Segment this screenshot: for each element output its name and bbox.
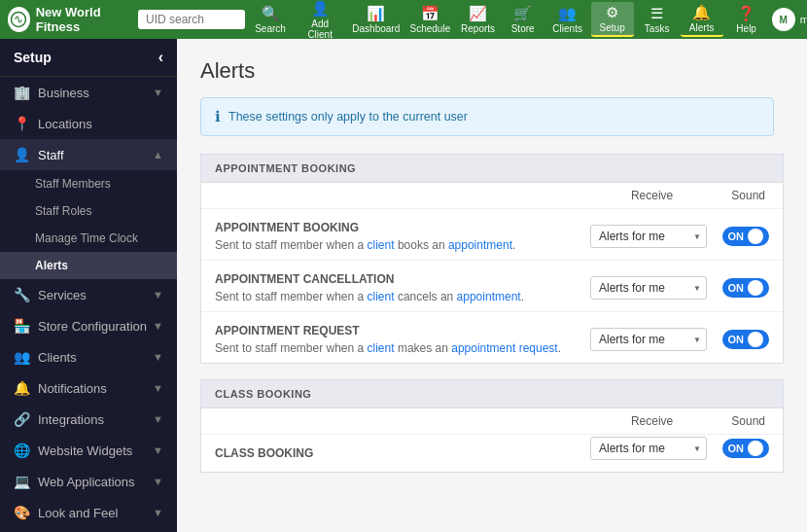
sidebar-item-services[interactable]: 🔧 Services ▼ xyxy=(0,279,177,310)
receive-dropdown[interactable]: Alerts for me Email only None xyxy=(590,225,707,248)
toggle-label: ON xyxy=(728,334,745,345)
sidebar-item-web-apps-label: Web Applications xyxy=(38,475,135,489)
appointment-link[interactable]: appointment xyxy=(457,290,521,303)
class-booking-header: CLASS BOOKING xyxy=(200,379,784,408)
sidebar-item-staff[interactable]: 👤 Staff ▲ xyxy=(0,139,177,170)
info-banner: ℹ These settings only apply to the curre… xyxy=(200,97,774,136)
sidebar-item-locations[interactable]: 📍 Locations xyxy=(0,108,177,139)
chevron-down-icon-web: ▼ xyxy=(153,444,163,456)
sidebar-item-integrations[interactable]: 🔗 Integrations ▼ xyxy=(0,404,177,435)
services-icon: 🔧 xyxy=(14,287,30,302)
clients-sidebar-icon: 👥 xyxy=(14,349,30,365)
client-link[interactable]: client xyxy=(368,238,395,252)
sidebar-item-notifications[interactable]: 🔔 Notifications ▼ xyxy=(0,372,177,404)
sidebar: Setup ‹ 🏢 Business ▼ 📍 Locations 👤 Staff xyxy=(0,39,177,532)
sidebar-item-locations-label: Locations xyxy=(38,117,92,131)
sidebar-title: Setup xyxy=(14,50,52,65)
nav-tasks[interactable]: ☰ Tasks xyxy=(636,3,679,36)
toggle-label: ON xyxy=(728,231,745,242)
nav-items: 🔍 Search 👤 Add Client 📊 Dashboard 📅 Sche… xyxy=(249,0,768,42)
sidebar-item-services-label: Services xyxy=(38,288,87,302)
toggle-label: ON xyxy=(728,443,745,454)
toggle-circle xyxy=(748,280,763,296)
sound-col-header-class: Sound xyxy=(731,414,765,428)
integrations-icon: 🔗 xyxy=(14,411,30,427)
sidebar-sub-staff-roles[interactable]: Staff Roles xyxy=(0,197,177,225)
receive-dropdown-wrapper: Alerts for me Email only None xyxy=(590,225,707,248)
look-feel-icon: 🎨 xyxy=(14,505,30,520)
top-navigation: New World Fitness 🔍 Search 👤 Add Client … xyxy=(0,0,807,39)
nav-search[interactable]: 🔍 Search xyxy=(249,3,292,36)
sidebar-item-web-apps[interactable]: 💻 Web Applications ▼ xyxy=(0,466,177,497)
sidebar-collapse-icon[interactable]: ‹ xyxy=(158,49,163,66)
clients-icon: 👥 xyxy=(558,5,577,22)
sidebar-item-business[interactable]: 🏢 Business ▼ xyxy=(0,77,177,108)
nav-setup[interactable]: ⚙ Setup xyxy=(591,2,634,37)
staff-icon: 👤 xyxy=(14,147,30,162)
chevron-down-icon-integ: ▼ xyxy=(153,413,163,425)
sound-toggle[interactable]: ON xyxy=(722,227,769,246)
sound-toggle[interactable]: ON xyxy=(722,278,769,298)
sidebar-item-staff-label: Staff xyxy=(38,148,64,162)
nav-clients[interactable]: 👥 Clients xyxy=(546,3,589,36)
nav-reports[interactable]: 📈 Reports xyxy=(457,3,500,36)
receive-dropdown[interactable]: Alerts for me Email only None xyxy=(590,328,707,351)
receive-dropdown[interactable]: Alerts for me Email only None xyxy=(590,437,707,460)
sidebar-item-clients-label: Clients xyxy=(38,350,77,365)
receive-dropdown[interactable]: Alerts for me Email only None xyxy=(590,276,707,300)
chevron-down-icon-services: ▼ xyxy=(153,289,163,301)
receive-col-header: Receive xyxy=(631,189,673,202)
locations-icon: 📍 xyxy=(14,116,30,131)
website-widgets-icon: 🌐 xyxy=(14,443,30,458)
schedule-icon: 📅 xyxy=(421,5,439,22)
nav-add-client[interactable]: 👤 Add Client xyxy=(294,0,346,42)
toggle-circle xyxy=(748,229,763,244)
appointment-request-link[interactable]: appointment request xyxy=(451,341,557,355)
table-row: CLASS BOOKING Alerts for me Email only N… xyxy=(201,435,783,472)
notifications-icon: 🔔 xyxy=(14,380,30,396)
help-icon: ❓ xyxy=(737,5,755,22)
sound-toggle[interactable]: ON xyxy=(722,439,769,458)
sound-toggle[interactable]: ON xyxy=(722,330,769,349)
sidebar-item-look-feel-label: Look and Feel xyxy=(38,506,118,520)
sidebar-item-clients[interactable]: 👥 Clients ▼ xyxy=(0,341,177,372)
web-apps-icon: 💻 xyxy=(14,474,30,489)
table-row: APPOINTMENT BOOKING Sent to staff member… xyxy=(201,209,783,261)
sidebar-sub-staff-members[interactable]: Staff Members xyxy=(0,170,177,197)
appointment-booking-header: APPOINTMENT BOOKING xyxy=(200,154,784,182)
appointment-link[interactable]: appointment xyxy=(448,238,512,252)
nav-dashboard[interactable]: 📊 Dashboard xyxy=(348,3,404,36)
sidebar-item-website-widgets[interactable]: 🌐 Website Widgets ▼ xyxy=(0,435,177,466)
nav-schedule[interactable]: 📅 Schedule xyxy=(405,3,454,36)
reports-icon: 📈 xyxy=(469,5,487,22)
store-icon: 🛒 xyxy=(513,5,532,22)
brand-logo: New World Fitness xyxy=(8,5,134,34)
nav-store[interactable]: 🛒 Store xyxy=(502,3,544,36)
client-link[interactable]: client xyxy=(368,341,395,355)
page-title: Alerts xyxy=(200,58,784,84)
brand-name: New World Fitness xyxy=(36,5,134,34)
sidebar-item-website-widgets-label: Website Widgets xyxy=(38,443,132,458)
sidebar-sub-alerts[interactable]: Alerts xyxy=(0,252,177,279)
setup-icon: ⚙ xyxy=(606,4,618,21)
chevron-down-icon-clients: ▼ xyxy=(153,351,163,363)
toggle-circle xyxy=(748,332,763,347)
uid-search-input[interactable] xyxy=(138,10,245,29)
page-layout: Setup ‹ 🏢 Business ▼ 📍 Locations 👤 Staff xyxy=(0,39,807,532)
nav-alerts[interactable]: 🔔 Alerts xyxy=(681,2,723,37)
sidebar-item-store-config[interactable]: 🏪 Store Configuration ▼ xyxy=(0,310,177,341)
chevron-up-icon: ▲ xyxy=(153,149,163,160)
sidebar-item-look-and-feel[interactable]: 🎨 Look and Feel ▼ xyxy=(0,497,177,528)
add-client-icon: 👤 xyxy=(311,0,330,18)
brand-icon xyxy=(8,7,30,32)
sidebar-item-notifications-label: Notifications xyxy=(38,381,107,396)
user-menu[interactable]: M meaghan@wellnessliving.com xyxy=(772,8,807,31)
nav-help[interactable]: ❓ Help xyxy=(725,3,768,36)
receive-dropdown-wrapper: Alerts for me Email only None xyxy=(590,276,707,300)
table-row: APPOINTMENT REQUEST Sent to staff member… xyxy=(201,312,783,363)
sidebar-sub-manage-time-clock[interactable]: Manage Time Clock xyxy=(0,225,177,252)
client-link[interactable]: client xyxy=(368,290,395,303)
user-email: meaghan@wellnessliving.com xyxy=(800,14,807,25)
sidebar-header: Setup ‹ xyxy=(0,39,177,77)
store-config-icon: 🏪 xyxy=(14,318,30,334)
